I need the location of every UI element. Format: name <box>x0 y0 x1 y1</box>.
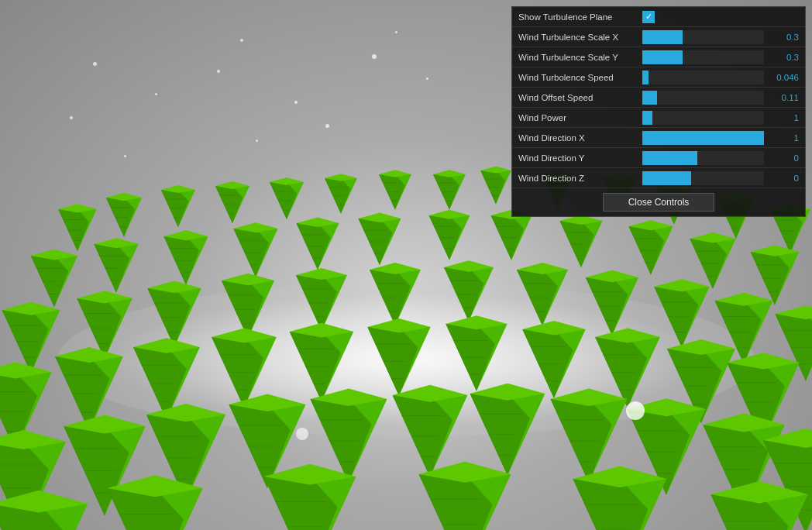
slider-fill-wind-turbulence-scale-x <box>642 30 683 44</box>
control-label-wind-turbolence-speed: Wind Turbolence Speed <box>518 73 642 82</box>
close-button-row: Close Controls <box>512 188 805 216</box>
control-value-wind-turbulence-scale-x: 0.3 <box>764 33 799 42</box>
slider-track-wind-turbulence-scale-y <box>642 50 764 64</box>
control-row-wind-direction-y: Wind Direction Y0 <box>512 148 805 168</box>
checkbox-show-turbulence-plane[interactable]: ✓ <box>642 11 655 23</box>
slider-area-wind-direction-y[interactable] <box>642 151 764 165</box>
slider-area-wind-offset-speed[interactable] <box>642 91 764 105</box>
slider-area-wind-turbolence-speed[interactable] <box>642 71 764 84</box>
slider-fill-wind-direction-z <box>642 171 691 185</box>
checkbox-area-show-turbulence-plane: ✓ <box>642 11 799 23</box>
slider-fill-wind-offset-speed <box>642 91 657 105</box>
slider-track-wind-power <box>642 111 764 125</box>
slider-fill-wind-turbulence-scale-y <box>642 50 683 64</box>
slider-track-wind-direction-y <box>642 151 764 165</box>
control-row-show-turbulence-plane: Show Turbulence Plane✓ <box>512 7 805 27</box>
slider-track-wind-offset-speed <box>642 91 764 105</box>
slider-fill-wind-power <box>642 111 652 125</box>
close-controls-button[interactable]: Close Controls <box>603 193 715 212</box>
slider-track-wind-direction-z <box>642 171 764 185</box>
control-row-wind-direction-z: Wind Direction Z0 <box>512 168 805 188</box>
control-row-wind-turbulence-scale-x: Wind Turbulence Scale X0.3 <box>512 27 805 47</box>
control-value-wind-direction-x: 1 <box>764 133 799 143</box>
slider-fill-wind-turbolence-speed <box>642 71 649 84</box>
slider-area-wind-turbulence-scale-y[interactable] <box>642 50 764 64</box>
slider-fill-wind-direction-x <box>642 131 764 145</box>
control-label-wind-turbulence-scale-x: Wind Turbulence Scale X <box>518 33 642 42</box>
slider-track-wind-turbolence-speed <box>642 71 764 84</box>
control-value-wind-direction-z: 0 <box>764 174 799 183</box>
control-value-wind-direction-y: 0 <box>764 153 799 163</box>
control-label-wind-power: Wind Power <box>518 113 642 122</box>
controls-panel: Show Turbulence Plane✓Wind Turbulence Sc… <box>511 6 806 217</box>
control-row-wind-turbulence-scale-y: Wind Turbulence Scale Y0.3 <box>512 47 805 67</box>
slider-track-wind-turbulence-scale-x <box>642 30 764 44</box>
control-label-wind-direction-x: Wind Direction X <box>518 133 642 143</box>
slider-fill-wind-direction-y <box>642 151 697 165</box>
control-row-wind-power: Wind Power1 <box>512 108 805 128</box>
controls-rows: Show Turbulence Plane✓Wind Turbulence Sc… <box>512 7 805 188</box>
control-value-wind-turbolence-speed: 0.046 <box>764 73 799 82</box>
control-row-wind-offset-speed: Wind Offset Speed0.11 <box>512 88 805 108</box>
control-value-wind-offset-speed: 0.11 <box>764 93 799 102</box>
control-value-wind-power: 1 <box>764 113 799 122</box>
slider-area-wind-power[interactable] <box>642 111 764 125</box>
slider-area-wind-turbulence-scale-x[interactable] <box>642 30 764 44</box>
control-row-wind-direction-x: Wind Direction X1 <box>512 128 805 148</box>
slider-area-wind-direction-z[interactable] <box>642 171 764 185</box>
control-label-wind-direction-z: Wind Direction Z <box>518 174 642 183</box>
control-label-wind-turbulence-scale-y: Wind Turbulence Scale Y <box>518 53 642 62</box>
control-row-wind-turbolence-speed: Wind Turbolence Speed0.046 <box>512 67 805 88</box>
control-value-wind-turbulence-scale-y: 0.3 <box>764 53 799 62</box>
slider-area-wind-direction-x[interactable] <box>642 131 764 145</box>
slider-track-wind-direction-x <box>642 131 764 145</box>
control-label-show-turbulence-plane: Show Turbulence Plane <box>518 12 642 22</box>
control-label-wind-direction-y: Wind Direction Y <box>518 153 642 163</box>
control-label-wind-offset-speed: Wind Offset Speed <box>518 93 642 102</box>
